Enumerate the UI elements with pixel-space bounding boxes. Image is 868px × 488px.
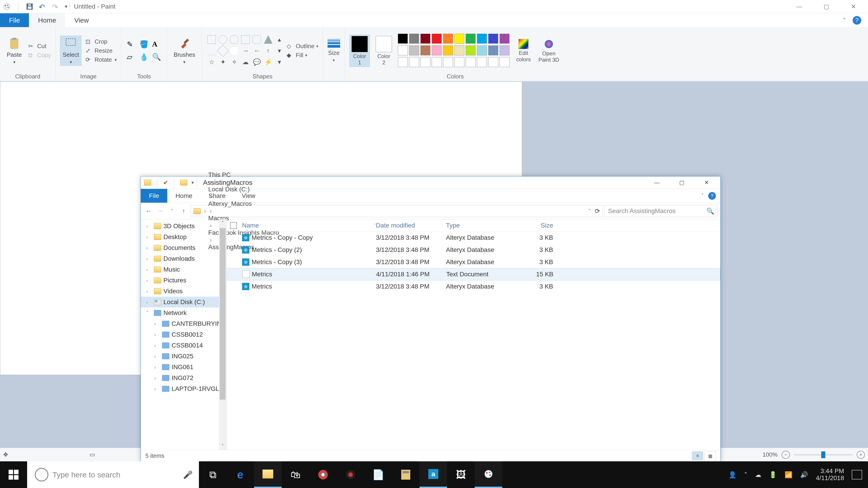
tree-item[interactable]: ›3D Objects — [141, 221, 226, 232]
undo-icon[interactable]: ↶ — [39, 2, 47, 11]
taskbar-app1[interactable] — [337, 461, 364, 488]
chevron-right-icon[interactable]: › — [146, 256, 152, 261]
shape-outline-button[interactable]: ◇Outline▾ — [287, 43, 318, 50]
redo-icon[interactable]: ↷ — [52, 2, 60, 11]
action-center-icon[interactable] — [852, 470, 862, 480]
mic-icon[interactable]: 🎤 — [183, 470, 193, 479]
taskbar-chrome[interactable] — [309, 461, 337, 488]
color-swatch-empty[interactable] — [477, 57, 487, 67]
shapes-gallery[interactable]: ▴ →←↑▾ ☆✦✧☁💬⚡▾ — [207, 35, 284, 67]
tray-expand-icon[interactable]: ˄ — [744, 471, 747, 479]
color-swatch[interactable] — [398, 45, 408, 55]
battery-icon[interactable]: 🔋 — [769, 471, 777, 479]
color-swatch-empty[interactable] — [454, 57, 464, 67]
explorer-maximize-button[interactable]: ▢ — [669, 176, 694, 189]
color-swatch-empty[interactable] — [432, 57, 442, 67]
paint-minimize-button[interactable]: — — [786, 0, 813, 13]
scroll-down-icon[interactable]: ˅ — [221, 443, 225, 450]
color-swatch[interactable] — [443, 34, 453, 43]
rotate-button[interactable]: ⟳Rotate▾ — [86, 56, 117, 64]
tree-item[interactable]: ›ING025 — [141, 351, 226, 362]
size-button[interactable]: Size ▾ — [328, 39, 340, 63]
color-swatch[interactable] — [477, 45, 487, 55]
ribbon-collapse-icon[interactable]: ˄ — [843, 17, 846, 24]
file-row[interactable]: Metrics4/11/2018 1:46 PMText Document15 … — [227, 268, 720, 281]
cut-button[interactable]: ✂Cut — [28, 43, 51, 50]
chevron-right-icon[interactable]: › — [154, 376, 160, 381]
taskbar-edge[interactable]: e — [226, 461, 254, 488]
edit-colors-button[interactable]: Edit colors — [515, 38, 532, 64]
color-swatch[interactable] — [500, 45, 509, 55]
color-swatch-empty[interactable] — [409, 57, 419, 67]
file-row[interactable]: ⊛Metrics - Copy (2)3/12/2018 3:48 PMAlte… — [227, 244, 720, 256]
explorer-qat-dropdown-icon[interactable]: ▾ — [191, 180, 194, 185]
chevron-right-icon[interactable]: › — [146, 234, 152, 240]
color-swatch[interactable] — [432, 45, 442, 55]
breadcrumb-item[interactable]: Alterxy_Macros — [208, 200, 279, 207]
explorer-minimize-button[interactable]: — — [645, 176, 669, 189]
col-date[interactable]: Date modified — [376, 222, 446, 229]
zoom-slider[interactable] — [794, 454, 852, 455]
address-dropdown-icon[interactable]: ˅ — [588, 208, 591, 214]
taskbar-search[interactable]: Type here to search 🎤 — [27, 461, 199, 488]
volume-icon[interactable]: 🔊 — [800, 471, 808, 479]
taskbar-store[interactable]: 🛍 — [282, 461, 309, 488]
copy-button[interactable]: ⧉Copy — [28, 52, 51, 59]
qat-properties-icon[interactable]: ✔ — [163, 179, 168, 186]
tree-scrollbar[interactable]: ˄ ˅ — [219, 219, 226, 450]
explorer-help-icon[interactable]: ? — [708, 192, 716, 200]
col-type[interactable]: Type — [446, 222, 514, 229]
tree-item[interactable]: ›ING072 — [141, 372, 226, 383]
paint-maximize-button[interactable]: ▢ — [813, 0, 840, 13]
paint-tab-home[interactable]: Home — [29, 13, 65, 27]
text-tool-icon[interactable]: A — [152, 40, 161, 49]
start-button[interactable] — [0, 461, 27, 488]
chevron-right-icon[interactable]: › — [154, 343, 160, 348]
chevron-right-icon[interactable]: › — [146, 300, 152, 305]
color-picker-tool-icon[interactable]: 💧 — [140, 53, 149, 62]
refresh-icon[interactable]: ⟳ — [595, 207, 600, 215]
taskbar-paint[interactable] — [475, 461, 502, 488]
open-paint3d-button[interactable]: Open Paint 3D — [537, 38, 561, 64]
taskbar-alteryx[interactable]: a — [420, 461, 447, 488]
taskbar-app3[interactable]: 🖼 — [447, 461, 475, 488]
color-swatch[interactable] — [421, 34, 430, 43]
file-row[interactable]: ⊛Metrics - Copy (3)3/12/2018 3:48 PMAlte… — [227, 256, 720, 268]
color-swatch[interactable] — [409, 45, 419, 55]
color-swatch[interactable] — [477, 34, 487, 43]
eraser-tool-icon[interactable]: ▱ — [127, 53, 136, 62]
zoom-in-button[interactable]: + — [857, 451, 865, 459]
tree-item[interactable]: ›Local Disk (C:) — [141, 297, 226, 307]
col-size[interactable]: Size — [514, 222, 559, 229]
color-swatch[interactable] — [454, 34, 464, 43]
scroll-up-icon[interactable]: ˄ — [221, 219, 225, 227]
chevron-down-icon[interactable]: ˅ — [146, 310, 152, 316]
tree-item[interactable]: ›Desktop — [141, 232, 226, 242]
color-swatch[interactable] — [488, 34, 498, 43]
resize-button[interactable]: ⤢Resize — [86, 47, 117, 55]
fill-tool-icon[interactable]: 🪣 — [140, 40, 149, 49]
col-name[interactable]: Name˄ — [240, 222, 376, 229]
paint-tab-file[interactable]: File — [0, 13, 29, 27]
color-swatch[interactable] — [500, 34, 509, 43]
file-row[interactable]: ⊛Metrics - Copy - Copy3/12/2018 3:48 PMA… — [227, 232, 720, 244]
tray-clock[interactable]: 3:44 PM 4/11/2018 — [816, 468, 844, 482]
tree-item[interactable]: ›Music — [141, 264, 226, 275]
color-swatch[interactable] — [398, 34, 408, 43]
chevron-right-icon[interactable]: › — [146, 246, 152, 251]
color-swatch-empty[interactable] — [421, 57, 430, 67]
chevron-right-icon[interactable]: › — [154, 386, 160, 392]
chevron-right-icon[interactable]: › — [146, 289, 152, 294]
details-view-button[interactable]: ≡ — [692, 451, 703, 460]
color-swatch[interactable] — [443, 45, 453, 55]
chevron-right-icon[interactable]: › — [146, 278, 152, 283]
file-row[interactable]: ⊛Metrics3/12/2018 3:48 PMAlteryx Databas… — [227, 281, 720, 293]
paint-help-icon[interactable]: ? — [852, 16, 861, 25]
color-swatch[interactable] — [466, 45, 475, 55]
paint-close-button[interactable]: ✕ — [840, 0, 867, 13]
icons-view-button[interactable]: ▦ — [705, 451, 716, 460]
people-icon[interactable]: 👤 — [728, 471, 737, 479]
color-swatch-empty[interactable] — [398, 57, 408, 67]
tree-item[interactable]: ›CSSB0012 — [141, 329, 226, 340]
color-swatch-empty[interactable] — [443, 57, 453, 67]
